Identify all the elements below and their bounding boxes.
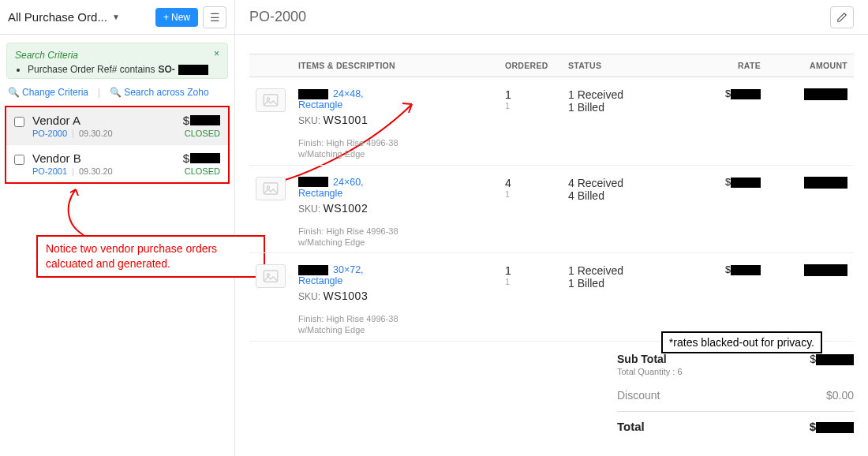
col-items: Items & Description: [292, 54, 499, 77]
discount-value: $0.00: [826, 389, 854, 402]
svg-rect-2: [264, 182, 278, 193]
total-qty: Total Quantity : 6: [617, 367, 683, 376]
po-date: 09.30.20: [79, 129, 113, 138]
finish-text: Finish: High Rise 4996-38 w/Matching Edg…: [298, 313, 440, 336]
search-icon: 🔍: [8, 87, 20, 98]
rate-value: $: [680, 77, 767, 166]
col-status: Status: [562, 54, 680, 77]
po-amount: $: [183, 114, 220, 127]
privacy-note: *rates blacked-out for privacy.: [661, 331, 822, 353]
sku-value: WS1003: [324, 290, 369, 302]
po-row[interactable]: Vendor B PO-2001 | 09.30.20 $ CLOSED: [6, 145, 228, 182]
po-list-panel: All Purchase Ord... ▼ + New ☰ Search Cri…: [0, 0, 235, 456]
redacted: [178, 65, 208, 75]
redacted: [298, 265, 328, 275]
sku-label: SKU:: [298, 291, 320, 302]
svg-rect-4: [264, 271, 278, 282]
item-link[interactable]: Rectangle: [298, 275, 492, 286]
rate-value: $: [680, 165, 767, 253]
status-billed: 1 Billed: [568, 277, 674, 290]
search-icon: 🔍: [110, 87, 122, 98]
po-number: PO-2001: [32, 166, 67, 176]
amount-value: [767, 77, 854, 166]
criteria-links: 🔍 Change Criteria | 🔍 Search across Zoho: [0, 87, 234, 106]
po-list: Vendor A PO-2000 | 09.30.20 $ CLOSED Ven…: [5, 106, 230, 184]
right-header: PO-2000: [235, 0, 868, 35]
line-items-table: Items & Description Ordered Status Rate …: [249, 54, 854, 342]
redacted: [804, 88, 847, 100]
hamburger-icon: ☰: [210, 11, 220, 24]
search-zoho-link[interactable]: 🔍 Search across Zoho: [110, 87, 208, 98]
annotation-callout: Notice two vendor purchase orders calcua…: [36, 235, 265, 278]
po-status: CLOSED: [183, 166, 220, 176]
change-criteria-link[interactable]: 🔍 Change Criteria: [8, 87, 88, 98]
svg-point-5: [267, 274, 269, 276]
item-link[interactable]: 24×48,: [333, 88, 364, 99]
col-rate: Rate: [680, 54, 767, 77]
finish-text: Finish: High Rise 4996-38 w/Matching Edg…: [298, 137, 440, 160]
ordered-qty: 1: [505, 264, 556, 277]
status-received: 1 Received: [568, 88, 674, 101]
po-row[interactable]: Vendor A PO-2000 | 09.30.20 $ CLOSED: [6, 107, 228, 145]
new-po-button[interactable]: + New: [155, 8, 198, 27]
total-label: Total: [617, 420, 645, 433]
list-menu-button[interactable]: ☰: [203, 6, 226, 28]
redacted: [298, 89, 328, 99]
po-detail-panel: PO-2000 Items & Description Ordered Stat…: [235, 0, 868, 456]
svg-point-1: [267, 98, 269, 100]
sku-label: SKU:: [298, 204, 320, 215]
col-ordered: Ordered: [499, 54, 562, 77]
rate-value: $: [680, 253, 767, 342]
item-link[interactable]: 24×60,: [333, 177, 364, 188]
redacted: [190, 115, 220, 125]
image-placeholder-icon: [256, 264, 286, 288]
po-vendor: Vendor A: [32, 114, 175, 127]
redacted: [731, 89, 761, 99]
item-link[interactable]: Rectangle: [298, 188, 492, 199]
line-item-row: 24×60, Rectangle SKU: WS1002 Finish: Hig…: [249, 165, 854, 253]
image-placeholder-icon: [256, 177, 286, 200]
redacted: [816, 422, 854, 433]
ordered-sub: 1: [505, 101, 556, 110]
subtotal-label: Sub Total: [617, 353, 667, 365]
ordered-sub: 1: [505, 189, 556, 199]
redacted: [804, 264, 847, 276]
close-icon[interactable]: ×: [214, 48, 219, 59]
status-billed: 1 Billed: [568, 101, 674, 114]
col-amount: Amount: [767, 54, 854, 77]
ordered-qty: 4: [505, 177, 556, 189]
sku-value: WS1002: [324, 202, 369, 215]
new-po-button-label: New: [171, 12, 190, 23]
line-item-row: 24×48, Rectangle SKU: WS1001 Finish: Hig…: [249, 77, 854, 166]
po-row-checkbox[interactable]: [14, 155, 24, 165]
line-item-row: 30×72, Rectangle SKU: WS1003 Finish: Hig…: [249, 253, 854, 342]
amount-value: [767, 165, 854, 253]
sku-value: WS1001: [324, 114, 369, 126]
page-title: PO-2000: [249, 9, 830, 25]
edit-button[interactable]: [830, 6, 854, 28]
po-row-checkbox[interactable]: [14, 117, 24, 127]
plus-icon: +: [163, 12, 169, 23]
item-link[interactable]: Rectangle: [298, 99, 492, 110]
totals-block: Sub Total Total Quantity : 6 $ Discount …: [249, 349, 854, 436]
redacted: [298, 177, 328, 187]
sku-label: SKU:: [298, 115, 320, 126]
finish-text: Finish: High Rise 4996-38 w/Matching Edg…: [298, 226, 440, 249]
svg-rect-0: [264, 95, 278, 106]
amount-value: [767, 253, 854, 342]
po-vendor: Vendor B: [32, 151, 175, 165]
status-received: 1 Received: [568, 264, 674, 277]
po-number: PO-2000: [32, 129, 67, 138]
search-criteria-box: Search Criteria × Purchase Order Ref# co…: [6, 43, 228, 79]
subtotal-value: $: [810, 353, 854, 376]
redacted: [731, 178, 761, 188]
image-placeholder-icon: [256, 88, 286, 112]
redacted: [731, 265, 761, 275]
item-link[interactable]: 30×72,: [333, 264, 364, 275]
pencil-icon: [836, 12, 847, 23]
caret-down-icon: ▼: [112, 13, 120, 21]
search-criteria-title: Search Criteria: [15, 50, 219, 61]
status-billed: 4 Billed: [568, 189, 674, 202]
view-dropdown[interactable]: All Purchase Ord... ▼: [8, 10, 151, 24]
po-status: CLOSED: [183, 129, 220, 138]
